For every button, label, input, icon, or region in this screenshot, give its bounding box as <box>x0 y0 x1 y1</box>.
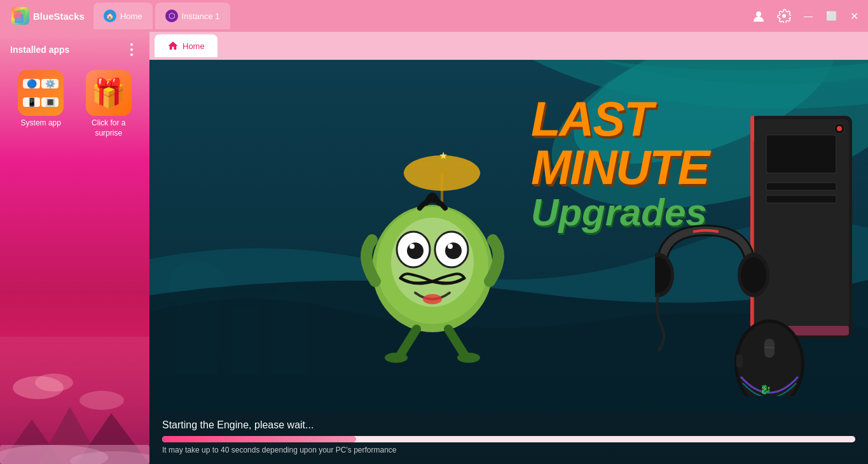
svg-text:🐉: 🐉 <box>760 384 771 395</box>
svg-point-39 <box>423 294 442 304</box>
settings-button[interactable] <box>774 6 794 26</box>
home-tab-label: Home <box>183 41 205 51</box>
sys-cell-3: 📱 <box>23 97 40 107</box>
tab-home1-icon: 🏠 <box>104 10 116 22</box>
app-item-system[interactable]: 🔵 ⚙️ 📱 🔳 System app <box>10 70 72 138</box>
second-tabbar: Home <box>149 32 868 60</box>
surprise-app-icon: 🎁 <box>86 70 132 116</box>
system-app-icon: 🔵 ⚙️ 📱 🔳 <box>18 70 64 116</box>
svg-rect-47 <box>766 135 836 173</box>
svg-point-7 <box>35 374 73 391</box>
window-controls: — ⬜ ✕ <box>748 6 863 26</box>
tab-home1-label: Home <box>120 11 142 21</box>
svg-point-43 <box>457 353 480 363</box>
svg-rect-52 <box>766 195 836 203</box>
banner-last: LAST <box>531 95 652 143</box>
app-name: BlueStacks <box>33 11 85 22</box>
banner-text: LAST MINUTE Upgrades <box>531 95 652 234</box>
pc-setup-container: 🐉 <box>652 85 862 413</box>
status-bar: Starting the Engine, please wait... It m… <box>149 413 868 464</box>
sys-cell-2: ⚙️ <box>41 79 59 88</box>
svg-point-4 <box>756 11 761 17</box>
home-tab-icon <box>167 40 179 52</box>
main-layout: Installed apps 🔵 ⚙️ 📱 🔳 System app 🎁 <box>0 32 868 464</box>
sidebar-menu-button[interactable] <box>124 42 139 57</box>
tab-instance1-label: Instance 1 <box>182 11 220 21</box>
tab-home-active[interactable]: Home <box>155 34 217 57</box>
svg-point-36 <box>445 243 462 259</box>
svg-line-40 <box>401 329 417 355</box>
maximize-button[interactable]: ⬜ <box>822 7 840 25</box>
svg-rect-63 <box>736 355 743 367</box>
tab-instance1-icon: ⬡ <box>165 10 178 22</box>
svg-text:★: ★ <box>439 150 448 161</box>
pc-setup-svg: 🐉 <box>655 103 858 396</box>
sidebar: Installed apps 🔵 ⚙️ 📱 🔳 System app 🎁 <box>0 32 149 464</box>
progress-fill <box>162 436 356 442</box>
svg-point-50 <box>837 126 842 131</box>
minimize-button[interactable]: — <box>799 7 817 25</box>
svg-rect-61 <box>764 339 775 358</box>
bluestacks-logo-icon <box>11 7 29 25</box>
sidebar-header: Installed apps <box>0 39 149 65</box>
sys-cell-4: 🔳 <box>41 97 59 107</box>
banner-upgrades: Upgrades <box>531 192 652 234</box>
character-container: ★ <box>327 85 544 413</box>
progress-track <box>162 436 855 442</box>
svg-line-41 <box>448 329 464 355</box>
sys-cell-1: 🔵 <box>23 79 40 88</box>
surprise-app-label: Click for a surprise <box>78 118 140 138</box>
close-button[interactable]: ✕ <box>845 7 863 25</box>
avocado-character-svg: ★ <box>340 129 531 370</box>
loading-text: Starting the Engine, please wait... <box>162 419 855 431</box>
content-area: Home <box>149 32 868 464</box>
app-item-surprise[interactable]: 🎁 Click for a surprise <box>78 70 140 138</box>
svg-point-38 <box>448 244 453 249</box>
svg-rect-51 <box>766 183 836 190</box>
app-logo: BlueStacks <box>5 7 91 25</box>
svg-point-35 <box>407 243 424 259</box>
svg-point-58 <box>741 257 766 293</box>
profile-button[interactable] <box>748 6 769 26</box>
title-bar: BlueStacks 🏠 Home ⬡ Instance 1 — ⬜ <box>0 0 868 32</box>
svg-rect-3 <box>13 11 21 18</box>
tab-instance1[interactable]: ⬡ Instance 1 <box>155 3 230 29</box>
system-app-label: System app <box>21 118 61 129</box>
apps-grid: 🔵 ⚙️ 📱 🔳 System app 🎁 Click for a surpri… <box>0 65 149 143</box>
sidebar-bg-decoration <box>0 337 149 464</box>
svg-point-8 <box>79 391 124 410</box>
svg-point-37 <box>410 244 415 249</box>
game-area[interactable]: ★ <box>149 60 868 464</box>
status-note: It may take up to 40 seconds depending u… <box>162 446 855 454</box>
installed-apps-label: Installed apps <box>10 45 69 55</box>
tab-home1[interactable]: 🏠 Home <box>93 3 153 29</box>
svg-point-42 <box>385 353 408 363</box>
banner-minute: MINUTE <box>531 143 652 192</box>
